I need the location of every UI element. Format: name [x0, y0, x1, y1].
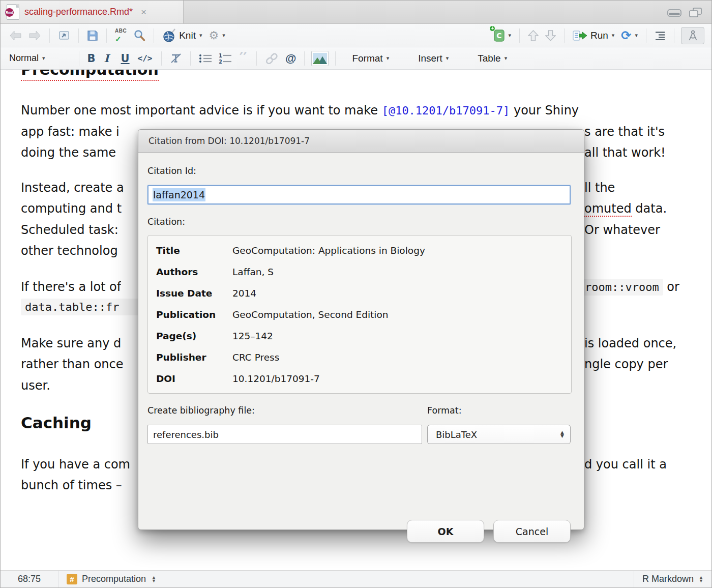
menu-table[interactable]: Table ▾: [476, 52, 509, 65]
doc-line: is loaded once,: [584, 335, 676, 351]
clear-formatting-icon[interactable]: [168, 52, 184, 65]
bibliography-file-input[interactable]: [147, 425, 422, 444]
doc-line: d you call it a: [584, 456, 667, 473]
bibliography-file-label: Create bibliography file:: [147, 405, 255, 416]
doc-line: Instead, create a: [21, 180, 124, 196]
save-icon[interactable]: [85, 29, 100, 42]
doc-line: data.table::fr: [21, 299, 138, 315]
settings-dropdown-caret[interactable]: ▾: [222, 32, 225, 39]
show-outline-icon[interactable]: [653, 30, 667, 41]
tab-strip: Rmd scaling-performance.Rmd* ×: [1, 1, 711, 24]
insert-chunk-caret[interactable]: ▾: [508, 32, 511, 39]
field-label: Authors: [156, 267, 232, 277]
spellcheck-icon[interactable]: ABC✓: [113, 27, 128, 44]
misspelled-word: omuted: [584, 201, 632, 217]
field-label: Title: [156, 245, 232, 256]
doc-line: If there's a lot of: [21, 279, 121, 295]
field-value: CRC Press: [232, 352, 571, 363]
visual-editor-toggle[interactable]: [681, 27, 704, 44]
main-toolbar: ABC✓ Knit ▾ ⚙ ▾ C + ▾ Run: [1, 24, 711, 47]
citation-id-input[interactable]: laffan2014: [147, 185, 571, 204]
field-value: 10.1201/b17091-7: [232, 373, 571, 384]
svg-text:1: 1: [219, 53, 222, 58]
run-button[interactable]: Run ▾: [571, 29, 616, 42]
image-icon: [313, 53, 327, 64]
menu-insert[interactable]: Insert ▾: [417, 52, 450, 65]
mode-arrows-icon: ▲▼: [699, 576, 703, 583]
code-button[interactable]: </>: [136, 52, 155, 64]
run-dropdown-caret[interactable]: ▾: [612, 32, 615, 39]
document-mode-selector[interactable]: R Markdown ▲▼: [634, 571, 711, 587]
search-icon[interactable]: [132, 28, 147, 43]
rmd-file-icon: Rmd: [7, 4, 19, 20]
tab-close-icon[interactable]: ×: [141, 7, 146, 17]
gear-icon: ⚙: [209, 29, 219, 42]
italic-button[interactable]: I: [103, 51, 116, 66]
mode-label: R Markdown: [642, 574, 694, 584]
doc-line: Or whatever: [584, 222, 660, 238]
rstudio-source-window: Rmd scaling-performance.Rmd* ×: [0, 0, 712, 588]
citation-label: Citation:: [147, 217, 185, 227]
citation-button[interactable]: @: [284, 51, 298, 66]
doc-line: rather than once: [21, 356, 123, 372]
citation-key: [@10.1201/b17091-7]: [382, 104, 510, 117]
field-value: Laffan, S: [232, 267, 571, 277]
ok-button[interactable]: OK: [407, 520, 484, 543]
rerun-dropdown-caret[interactable]: ▾: [635, 32, 638, 39]
knit-label: Knit: [179, 30, 196, 41]
knit-yarn-icon: [162, 28, 176, 42]
field-label: Issue Date: [156, 288, 232, 299]
doc-heading-caching: Caching: [21, 414, 92, 432]
cancel-button[interactable]: Cancel: [493, 520, 571, 543]
back-icon[interactable]: [8, 29, 23, 42]
citation-from-doi-dialog: Citation from DOI: 10.1201/b17091-7 Cita…: [138, 129, 584, 530]
paragraph-style-select[interactable]: Normal ▾: [8, 52, 47, 65]
knit-dropdown-caret[interactable]: ▾: [199, 32, 202, 39]
doc-line: s are that it's: [584, 124, 665, 140]
field-label: Page(s): [156, 331, 232, 341]
go-previous-section-icon[interactable]: [526, 28, 540, 43]
format-select-value: BibLaTeX: [436, 429, 477, 440]
field-label: Publication: [156, 309, 232, 320]
doc-line: Number one most important advice is if y…: [21, 102, 579, 119]
forward-icon[interactable]: [27, 29, 43, 42]
numbered-list-icon[interactable]: 12: [217, 52, 233, 65]
scope-arrows-icon: ▲▼: [152, 576, 156, 583]
scope-selector[interactable]: # Precomputation ▲▼: [58, 574, 156, 584]
heading-hash-icon: #: [67, 574, 77, 584]
menu-format[interactable]: Format ▾: [350, 52, 391, 65]
inline-code: room::vroom: [581, 279, 663, 296]
settings-button[interactable]: ⚙ ▾: [207, 28, 226, 43]
plus-badge-icon: +: [489, 25, 495, 32]
format-toolbar: Normal ▾ B I U </> 12 ” @ Fo: [1, 47, 711, 70]
rerun-button[interactable]: ⟳ ▾: [619, 28, 639, 43]
svg-text:C: C: [497, 32, 502, 40]
knit-button[interactable]: Knit ▾: [161, 27, 203, 43]
doc-line: Make sure any d: [21, 335, 121, 351]
inline-code: data.table::fr: [21, 299, 138, 315]
doc-line: room::vroom or: [581, 279, 679, 296]
bullet-list-icon[interactable]: [197, 52, 214, 65]
format-label: Format:: [427, 405, 462, 416]
format-select[interactable]: BibLaTeX ▲▼: [427, 425, 571, 444]
dialog-title: Citation from DOI: 10.1201/b17091-7: [138, 130, 584, 153]
doc-line: app fast: make i: [21, 124, 120, 140]
insert-chunk-button[interactable]: C + ▾: [492, 28, 513, 43]
rerun-icon: ⟳: [621, 30, 631, 42]
doc-line: user.: [21, 377, 50, 394]
popout-window-icon[interactable]: [56, 29, 72, 42]
link-icon[interactable]: [263, 52, 280, 65]
minimize-icon[interactable]: [667, 9, 681, 17]
field-value: 125–142: [232, 331, 571, 341]
go-next-section-icon[interactable]: [544, 28, 557, 43]
field-value: 2014: [232, 288, 571, 299]
underline-button[interactable]: U: [120, 51, 133, 66]
insert-image-button[interactable]: [311, 51, 329, 66]
file-tab[interactable]: Rmd scaling-performance.Rmd* ×: [1, 1, 184, 23]
doc-line: If you have a com: [21, 456, 130, 473]
restore-windows-icon[interactable]: [689, 8, 702, 18]
bold-button[interactable]: B: [86, 51, 99, 66]
paragraph-style-value: Normal: [9, 53, 39, 64]
field-label: Publisher: [156, 352, 232, 363]
blockquote-icon[interactable]: ”: [237, 51, 250, 66]
